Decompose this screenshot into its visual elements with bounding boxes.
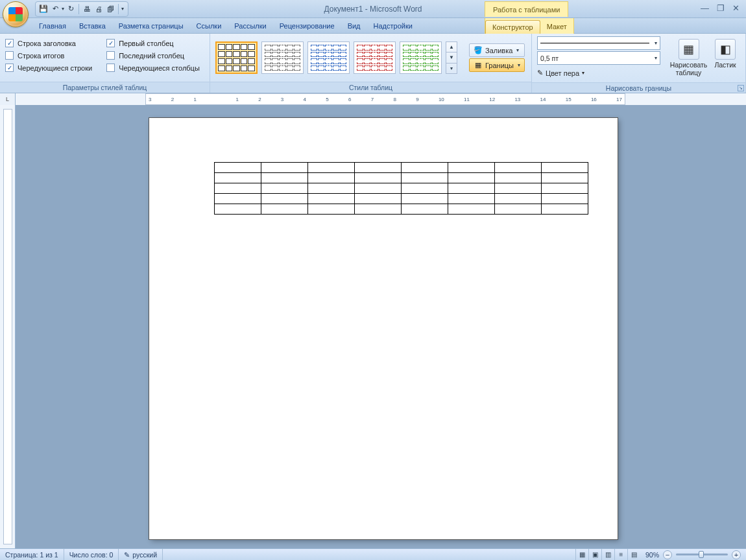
table-row <box>215 173 588 183</box>
horizontal-ruler[interactable]: 3211234567891011121314151617 <box>16 93 746 105</box>
view-print-layout-icon[interactable]: ▦ <box>575 549 588 560</box>
quick-access-toolbar: 💾 ↶ ▾ ↻ 🖶 🖨 🗐 ▾ <box>35 1 128 17</box>
gallery-more-icon[interactable]: ▾ <box>446 64 457 73</box>
print-preview-icon[interactable]: 🗐 <box>105 4 115 14</box>
window-title: Документ1 - Microsoft Word <box>324 5 422 14</box>
tab-review[interactable]: Рецензирование <box>273 19 341 33</box>
borders-button[interactable]: ▦Границы▾ <box>469 58 525 72</box>
check-banded-rows-label: Чередующиеся строки <box>18 64 92 72</box>
check-banded-columns[interactable]: Чередующиеся столбцы <box>106 64 200 72</box>
vertical-ruler[interactable] <box>0 105 16 548</box>
view-buttons: ▦ ▣ ▥ ≡ ▤ <box>575 549 640 560</box>
office-button[interactable] <box>3 1 29 27</box>
zoom-out-button[interactable]: − <box>663 550 672 559</box>
tab-home[interactable]: Главная <box>32 19 73 33</box>
qat-customize-icon[interactable]: ▾ <box>121 6 124 12</box>
pen-icon: ✎ <box>537 69 543 77</box>
dropdown-icon: ▾ <box>655 55 657 61</box>
table-style-thumb[interactable] <box>354 41 396 74</box>
window-controls: — ❐ ✕ <box>701 4 740 12</box>
tab-table-design[interactable]: Конструктор <box>485 20 540 34</box>
table-style-thumb[interactable] <box>215 41 258 74</box>
document-area[interactable] <box>16 105 746 548</box>
table-style-thumb[interactable] <box>261 41 304 74</box>
check-last-column[interactable]: Последний столбец <box>106 51 200 60</box>
status-page[interactable]: Страница: 1 из 1 <box>0 549 64 560</box>
dialog-launcher-icon[interactable]: ↘ <box>738 85 744 91</box>
eraser-label: Ластик <box>714 61 736 69</box>
redo-icon[interactable]: ↻ <box>66 4 76 14</box>
tab-mailings[interactable]: Рассылки <box>228 19 272 33</box>
group-label-table-style-options: Параметры стилей таблиц <box>0 82 210 93</box>
shading-label: Заливка <box>485 47 512 54</box>
view-full-screen-icon[interactable]: ▣ <box>588 549 601 560</box>
tab-table-layout[interactable]: Макет <box>540 20 573 34</box>
check-banded-columns-label: Чередующиеся столбцы <box>119 64 200 72</box>
undo-dropdown-icon[interactable]: ▾ <box>62 6 64 12</box>
tab-page-layout[interactable]: Разметка страницы <box>112 19 190 33</box>
qat-separator <box>78 4 79 14</box>
tab-addins[interactable]: Надстройки <box>367 19 419 33</box>
group-draw-borders: ▾ 0,5 пт▾ ✎Цвет пера▾ ▦ Нарисовать табли… <box>532 34 746 93</box>
pen-color-button[interactable]: ✎Цвет пера▾ <box>537 66 660 80</box>
group-table-styles: ▲ ▼ ▾ 🪣Заливка▾ ▦Границы▾ Стили таблиц <box>210 34 532 93</box>
view-outline-icon[interactable]: ≡ <box>614 549 627 560</box>
draw-table-label: Нарисовать таблицу <box>670 61 708 76</box>
check-last-column-label: Последний столбец <box>119 52 184 60</box>
tab-references[interactable]: Ссылки <box>190 19 228 33</box>
title-bar: 💾 ↶ ▾ ↻ 🖶 🖨 🗐 ▾ Документ1 - Microsoft Wo… <box>0 0 746 18</box>
status-bar: Страница: 1 из 1 Число слов: 0 ✎русский … <box>0 548 746 560</box>
contextual-tabs: Конструктор Макет <box>485 18 574 34</box>
view-web-layout-icon[interactable]: ▥ <box>601 549 614 560</box>
zoom-level[interactable]: 90% <box>645 551 659 559</box>
table-style-thumb[interactable] <box>307 41 350 74</box>
dropdown-icon: ▾ <box>655 40 657 46</box>
table-row <box>215 163 588 173</box>
table-row <box>215 194 588 204</box>
ribbon: Строка заголовка Строка итогов Чередующи… <box>0 34 746 93</box>
pen-color-label: Цвет пера <box>546 69 579 77</box>
check-total-row-label: Строка итогов <box>18 52 64 60</box>
tab-insert[interactable]: Вставка <box>73 19 112 33</box>
save-icon[interactable]: 💾 <box>38 4 49 14</box>
tab-view[interactable]: Вид <box>341 19 367 33</box>
paint-bucket-icon: 🪣 <box>474 46 483 55</box>
table-row <box>215 183 588 194</box>
zoom-slider-thumb[interactable] <box>699 551 704 558</box>
close-button[interactable]: ✕ <box>732 4 740 12</box>
table-style-thumb[interactable] <box>400 41 442 74</box>
eraser-button[interactable]: ◧ Ластик <box>712 36 739 69</box>
quick-print-icon[interactable]: 🖨 <box>93 4 104 14</box>
zoom-in-button[interactable]: + <box>732 550 741 559</box>
group-label-table-styles: Стили таблиц <box>210 82 531 93</box>
qat-separator <box>118 4 119 14</box>
undo-icon[interactable]: ↶ <box>50 4 60 14</box>
status-word-count[interactable]: Число слов: 0 <box>64 549 119 560</box>
borders-icon: ▦ <box>474 61 483 70</box>
restore-button[interactable]: ❐ <box>717 4 725 12</box>
gallery-down-icon[interactable]: ▼ <box>446 52 457 63</box>
check-total-row[interactable]: Строка итогов <box>5 51 92 60</box>
line-weight-value: 0,5 пт <box>540 54 559 62</box>
proofing-icon: ✎ <box>124 551 130 559</box>
check-banded-rows[interactable]: Чередующиеся строки <box>5 64 92 72</box>
check-header-row[interactable]: Строка заголовка <box>5 39 92 47</box>
check-first-column[interactable]: Первый столбец <box>106 39 200 47</box>
shading-button[interactable]: 🪣Заливка▾ <box>469 43 525 57</box>
minimize-button[interactable]: — <box>701 4 709 12</box>
borders-label: Границы <box>485 62 514 69</box>
dropdown-icon: ▾ <box>516 47 519 53</box>
line-style-combo[interactable]: ▾ <box>537 36 660 50</box>
gallery-up-icon[interactable]: ▲ <box>446 42 457 52</box>
tab-selector[interactable]: L <box>0 93 16 105</box>
check-header-row-label: Строка заголовка <box>18 40 76 47</box>
view-draft-icon[interactable]: ▤ <box>627 549 640 560</box>
draw-table-button[interactable]: ▦ Нарисовать таблицу <box>671 36 706 76</box>
status-language[interactable]: ✎русский <box>119 549 163 560</box>
zoom-slider[interactable] <box>676 554 728 555</box>
line-weight-combo[interactable]: 0,5 пт▾ <box>537 51 660 65</box>
ruler-row: L 3211234567891011121314151617 <box>0 93 746 105</box>
document-table[interactable] <box>214 162 588 215</box>
print-icon[interactable]: 🖶 <box>82 4 92 14</box>
page[interactable] <box>149 118 618 539</box>
